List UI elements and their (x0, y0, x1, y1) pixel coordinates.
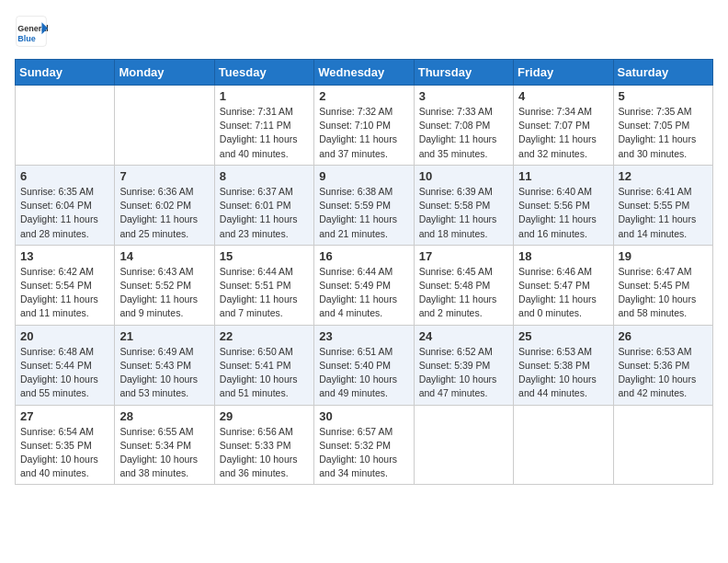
calendar-cell: 12Sunrise: 6:41 AMSunset: 5:55 PMDayligh… (613, 165, 712, 245)
day-info: Sunrise: 7:35 AMSunset: 7:05 PMDaylight:… (619, 105, 708, 161)
day-info: Sunrise: 6:40 AMSunset: 5:56 PMDaylight:… (518, 185, 608, 241)
calendar-cell: 5Sunrise: 7:35 AMSunset: 7:05 PMDaylight… (613, 86, 712, 166)
calendar-cell: 10Sunrise: 6:39 AMSunset: 5:58 PMDayligh… (414, 165, 513, 245)
calendar-cell: 20Sunrise: 6:48 AMSunset: 5:44 PMDayligh… (16, 325, 115, 405)
day-info: Sunrise: 6:38 AMSunset: 5:59 PMDaylight:… (319, 185, 408, 241)
day-number: 20 (20, 329, 109, 343)
day-number: 5 (619, 89, 708, 103)
calendar-cell (115, 86, 214, 166)
day-number: 7 (119, 169, 209, 183)
calendar-cell: 26Sunrise: 6:53 AMSunset: 5:36 PMDayligh… (613, 325, 712, 405)
day-number: 15 (220, 249, 309, 263)
logo: General Blue (15, 15, 50, 48)
calendar-cell: 15Sunrise: 6:44 AMSunset: 5:51 PMDayligh… (214, 245, 313, 325)
day-info: Sunrise: 6:48 AMSunset: 5:44 PMDaylight:… (20, 345, 109, 401)
calendar-cell: 19Sunrise: 6:47 AMSunset: 5:45 PMDayligh… (613, 245, 712, 325)
calendar-cell: 24Sunrise: 6:52 AMSunset: 5:39 PMDayligh… (414, 325, 513, 405)
day-info: Sunrise: 7:33 AMSunset: 7:08 PMDaylight:… (419, 105, 508, 161)
logo-icon: General Blue (15, 15, 48, 48)
day-number: 18 (518, 249, 608, 263)
day-number: 26 (619, 329, 708, 343)
day-number: 2 (319, 89, 408, 103)
calendar-cell: 27Sunrise: 6:54 AMSunset: 5:35 PMDayligh… (16, 405, 115, 485)
day-number: 13 (20, 249, 109, 263)
day-info: Sunrise: 7:32 AMSunset: 7:10 PMDaylight:… (319, 105, 408, 161)
day-info: Sunrise: 6:55 AMSunset: 5:34 PMDaylight:… (119, 425, 209, 481)
calendar-cell: 3Sunrise: 7:33 AMSunset: 7:08 PMDaylight… (414, 86, 513, 166)
day-number: 3 (419, 89, 508, 103)
day-number: 11 (518, 169, 608, 183)
day-number: 16 (319, 249, 408, 263)
day-info: Sunrise: 6:47 AMSunset: 5:45 PMDaylight:… (619, 265, 708, 321)
day-info: Sunrise: 7:34 AMSunset: 7:07 PMDaylight:… (518, 105, 608, 161)
day-number: 8 (220, 169, 309, 183)
day-info: Sunrise: 6:51 AMSunset: 5:40 PMDaylight:… (319, 345, 408, 401)
day-info: Sunrise: 6:49 AMSunset: 5:43 PMDaylight:… (119, 345, 209, 401)
day-info: Sunrise: 6:54 AMSunset: 5:35 PMDaylight:… (20, 425, 109, 481)
calendar-cell (16, 86, 115, 166)
calendar-week-row: 27Sunrise: 6:54 AMSunset: 5:35 PMDayligh… (16, 405, 713, 485)
calendar-cell: 4Sunrise: 7:34 AMSunset: 7:07 PMDaylight… (514, 86, 613, 166)
calendar-cell: 6Sunrise: 6:35 AMSunset: 6:04 PMDaylight… (16, 165, 115, 245)
svg-text:Blue: Blue (17, 34, 36, 43)
day-number: 22 (220, 329, 309, 343)
header-wednesday: Wednesday (314, 60, 414, 86)
day-info: Sunrise: 6:53 AMSunset: 5:38 PMDaylight:… (518, 345, 608, 401)
calendar-cell: 29Sunrise: 6:56 AMSunset: 5:33 PMDayligh… (214, 405, 313, 485)
calendar-cell: 16Sunrise: 6:44 AMSunset: 5:49 PMDayligh… (314, 245, 414, 325)
calendar-cell (514, 405, 613, 485)
day-number: 27 (20, 409, 109, 423)
calendar-table: SundayMondayTuesdayWednesdayThursdayFrid… (15, 59, 713, 485)
calendar-cell: 2Sunrise: 7:32 AMSunset: 7:10 PMDaylight… (314, 86, 414, 166)
header-thursday: Thursday (414, 60, 513, 86)
header-tuesday: Tuesday (214, 60, 313, 86)
day-number: 1 (220, 89, 309, 103)
calendar-cell (414, 405, 513, 485)
calendar-cell: 14Sunrise: 6:43 AMSunset: 5:52 PMDayligh… (115, 245, 214, 325)
day-number: 10 (419, 169, 508, 183)
day-info: Sunrise: 6:36 AMSunset: 6:02 PMDaylight:… (119, 185, 209, 241)
calendar-week-row: 20Sunrise: 6:48 AMSunset: 5:44 PMDayligh… (16, 325, 713, 405)
day-number: 21 (119, 329, 209, 343)
calendar-cell (613, 405, 712, 485)
day-number: 30 (319, 409, 408, 423)
calendar-cell: 23Sunrise: 6:51 AMSunset: 5:40 PMDayligh… (314, 325, 414, 405)
header-monday: Monday (115, 60, 214, 86)
page-header: General Blue (15, 15, 713, 48)
calendar-cell: 22Sunrise: 6:50 AMSunset: 5:41 PMDayligh… (214, 325, 313, 405)
day-number: 23 (319, 329, 408, 343)
day-info: Sunrise: 6:37 AMSunset: 6:01 PMDaylight:… (220, 185, 309, 241)
calendar-cell: 17Sunrise: 6:45 AMSunset: 5:48 PMDayligh… (414, 245, 513, 325)
day-number: 28 (119, 409, 209, 423)
day-info: Sunrise: 6:56 AMSunset: 5:33 PMDaylight:… (220, 425, 309, 481)
day-number: 12 (619, 169, 708, 183)
calendar-cell: 8Sunrise: 6:37 AMSunset: 6:01 PMDaylight… (214, 165, 313, 245)
day-info: Sunrise: 7:31 AMSunset: 7:11 PMDaylight:… (220, 105, 309, 161)
day-info: Sunrise: 6:43 AMSunset: 5:52 PMDaylight:… (119, 265, 209, 321)
day-info: Sunrise: 6:42 AMSunset: 5:54 PMDaylight:… (20, 265, 109, 321)
day-info: Sunrise: 6:39 AMSunset: 5:58 PMDaylight:… (419, 185, 508, 241)
day-number: 6 (20, 169, 109, 183)
day-number: 25 (518, 329, 608, 343)
header-friday: Friday (514, 60, 613, 86)
day-number: 19 (619, 249, 708, 263)
calendar-cell: 11Sunrise: 6:40 AMSunset: 5:56 PMDayligh… (514, 165, 613, 245)
calendar-cell: 13Sunrise: 6:42 AMSunset: 5:54 PMDayligh… (16, 245, 115, 325)
calendar-cell: 1Sunrise: 7:31 AMSunset: 7:11 PMDaylight… (214, 86, 313, 166)
day-number: 24 (419, 329, 508, 343)
calendar-cell: 18Sunrise: 6:46 AMSunset: 5:47 PMDayligh… (514, 245, 613, 325)
calendar-cell: 21Sunrise: 6:49 AMSunset: 5:43 PMDayligh… (115, 325, 214, 405)
day-info: Sunrise: 6:44 AMSunset: 5:49 PMDaylight:… (319, 265, 408, 321)
day-number: 4 (518, 89, 608, 103)
header-saturday: Saturday (613, 60, 712, 86)
day-info: Sunrise: 6:41 AMSunset: 5:55 PMDaylight:… (619, 185, 708, 241)
day-info: Sunrise: 6:52 AMSunset: 5:39 PMDaylight:… (419, 345, 508, 401)
header-sunday: Sunday (16, 60, 115, 86)
day-info: Sunrise: 6:50 AMSunset: 5:41 PMDaylight:… (220, 345, 309, 401)
day-number: 17 (419, 249, 508, 263)
day-info: Sunrise: 6:35 AMSunset: 6:04 PMDaylight:… (20, 185, 109, 241)
calendar-week-row: 13Sunrise: 6:42 AMSunset: 5:54 PMDayligh… (16, 245, 713, 325)
calendar-cell: 28Sunrise: 6:55 AMSunset: 5:34 PMDayligh… (115, 405, 214, 485)
day-number: 29 (220, 409, 309, 423)
calendar-cell: 9Sunrise: 6:38 AMSunset: 5:59 PMDaylight… (314, 165, 414, 245)
